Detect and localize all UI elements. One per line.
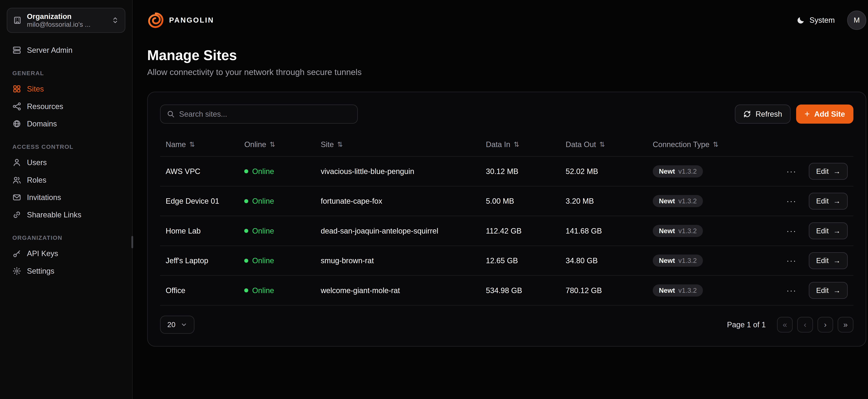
sidebar-item-server-admin[interactable]: Server Admin [7,42,125,59]
table-row: Home Lab Online dead-san-joaquin-antelop… [160,216,854,246]
sidebar-item-label: Sites [27,85,44,93]
key-icon [12,249,21,258]
edit-label: Edit [816,286,829,295]
sidebar-item-sites[interactable]: Sites [7,81,125,97]
sidebar-item-label: Roles [27,176,46,184]
site-slug-cell: fortunate-cape-fox [321,197,486,206]
column-header-data-in[interactable]: Data In ⇅ [486,140,566,149]
waypoints-icon [12,102,21,111]
column-label: Name [166,140,186,149]
table-body: AWS VPC Online vivacious-little-blue-pen… [160,156,854,306]
table-row: AWS VPC Online vivacious-little-blue-pen… [160,156,854,186]
search-icon [167,110,175,118]
site-slug-cell: welcome-giant-mole-rat [321,286,486,295]
sort-icon: ⇅ [599,141,605,148]
data-in-cell: 12.65 GB [486,256,566,265]
edit-button[interactable]: Edit → [809,163,848,180]
sites-toolbar: Refresh + Add Site [160,104,854,124]
column-header-online[interactable]: Online ⇅ [244,140,321,149]
data-in-cell: 534.98 GB [486,286,566,295]
data-out-cell: 52.02 MB [566,167,653,176]
data-in-cell: 5.00 MB [486,197,566,206]
connection-type-name: Newt [659,287,675,294]
sidebar-item-roles[interactable]: Roles [7,172,125,188]
site-name-cell: Home Lab [166,226,244,235]
next-page-button[interactable]: › [817,317,833,333]
mail-icon [12,193,21,202]
online-status-cell: Online [244,167,321,176]
data-out-cell: 34.80 GB [566,256,653,265]
add-site-button[interactable]: + Add Site [796,104,854,124]
table-header-row: Name ⇅ Online ⇅ Site ⇅ Data In ⇅ Data Ou… [160,133,854,156]
sidebar-item-resources[interactable]: Resources [7,98,125,115]
table-row: Edge Device 01 Online fortunate-cape-fox… [160,186,854,216]
user-icon [12,158,21,167]
sidebar-item-invitations[interactable]: Invitations [7,189,125,206]
column-header-name[interactable]: Name ⇅ [166,140,244,149]
status-badge: Online [252,226,274,235]
page-subtitle: Allow connectivity to your network throu… [147,67,866,77]
sidebar-item-settings[interactable]: Settings [7,263,125,279]
chevrons-up-down-icon [111,16,119,24]
plus-icon: + [804,110,810,119]
edit-button[interactable]: Edit → [809,282,848,299]
column-label: Site [321,140,334,149]
user-avatar[interactable]: M [847,10,866,30]
sidebar-item-api-keys[interactable]: API Keys [7,245,125,262]
sidebar-item-label: Server Admin [27,46,72,55]
first-page-button[interactable]: « [777,317,793,333]
refresh-button[interactable]: Refresh [735,104,790,124]
sort-icon: ⇅ [189,141,195,148]
online-dot-icon [244,259,248,263]
last-page-button[interactable]: » [838,317,854,333]
main-content: PANGOLIN System M Manage Sites Allow con… [133,0,868,399]
sidebar-resize-handle[interactable] [131,236,133,248]
pangolin-logo-icon [147,12,164,29]
online-status-cell: Online [244,286,321,295]
previous-page-button[interactable]: ‹ [797,317,813,333]
refresh-icon [743,110,751,118]
sidebar: Organization milo@fossorial.io's ... Ser… [0,0,133,399]
topbar: PANGOLIN System M [147,0,866,40]
connection-type-badge: Newt v1.3.2 [653,254,703,267]
column-label: Data Out [566,140,596,149]
sidebar-item-label: API Keys [27,249,58,258]
row-menu-button[interactable]: ··· [784,224,799,238]
theme-label: System [809,16,835,25]
arrow-right-icon: → [833,286,841,295]
data-out-cell: 780.12 GB [566,286,653,295]
row-menu-button[interactable]: ··· [784,194,799,208]
column-header-data-out[interactable]: Data Out ⇅ [566,140,653,149]
theme-toggle[interactable]: System [797,16,835,25]
sites-panel: Refresh + Add Site Name ⇅ Online ⇅ Site … [147,92,866,346]
edit-button[interactable]: Edit → [809,252,848,269]
sidebar-item-users[interactable]: Users [7,154,125,171]
edit-button[interactable]: Edit → [809,193,848,210]
online-dot-icon [244,288,248,293]
column-header-site[interactable]: Site ⇅ [321,140,486,149]
search-input[interactable] [179,110,351,118]
edit-button[interactable]: Edit → [809,222,848,239]
connection-type-version: v1.3.2 [678,167,697,175]
site-name-cell: Jeff's Laptop [166,256,244,265]
row-menu-button[interactable]: ··· [784,283,799,298]
data-out-cell: 3.20 MB [566,197,653,206]
connection-type-badge: Newt v1.3.2 [653,225,703,237]
sort-icon: ⇅ [270,141,275,148]
connection-type-badge: Newt v1.3.2 [653,195,703,207]
connection-type-version: v1.3.2 [678,257,697,265]
data-in-cell: 112.42 GB [486,226,566,235]
sidebar-item-domains[interactable]: Domains [7,115,125,132]
site-name-cell: AWS VPC [166,167,244,176]
avatar-initial: M [854,16,860,24]
sidebar-item-shareable-links[interactable]: Shareable Links [7,207,125,223]
row-menu-button[interactable]: ··· [784,253,799,268]
column-header-connection-type[interactable]: Connection Type ⇅ [653,140,764,149]
page-size-select[interactable]: 20 [160,316,194,334]
sidebar-item-label: Invitations [27,193,61,202]
org-switcher[interactable]: Organization milo@fossorial.io's ... [7,8,125,33]
status-badge: Online [252,286,274,295]
row-menu-button[interactable]: ··· [784,164,799,179]
data-in-cell: 30.12 MB [486,167,566,176]
moon-icon [797,16,805,25]
